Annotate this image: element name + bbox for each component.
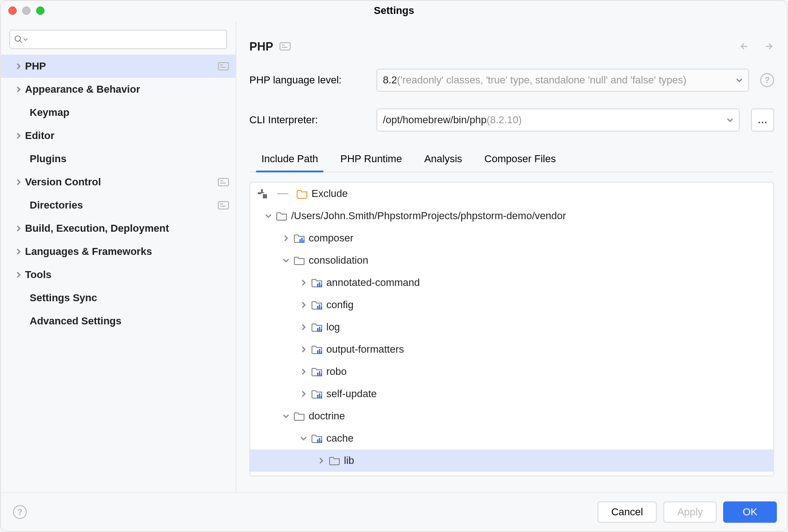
include-path-label: config xyxy=(326,299,354,311)
chevron-right-icon xyxy=(14,86,23,93)
chevron-right-icon xyxy=(14,133,23,139)
chevron-right-icon[interactable] xyxy=(299,324,309,330)
chevron-down-icon[interactable] xyxy=(281,413,291,419)
chevron-right-icon[interactable] xyxy=(299,279,309,286)
svg-point-0 xyxy=(15,36,21,42)
sidebar-item-tools[interactable]: Tools xyxy=(1,263,235,286)
nav-back-icon[interactable] xyxy=(739,41,750,52)
search-icon xyxy=(14,34,24,44)
chevron-right-icon[interactable] xyxy=(299,368,309,375)
sidebar-item-label: Editor xyxy=(25,130,229,142)
include-path-item[interactable]: /Users/John.Smith/PhpstormProjects/phpst… xyxy=(250,205,773,227)
library-folder-icon xyxy=(311,300,323,310)
sidebar-item-settings-sync[interactable]: Settings Sync xyxy=(1,286,235,310)
svg-rect-22 xyxy=(319,393,320,399)
sidebar-item-directories[interactable]: Directories xyxy=(1,194,235,217)
sidebar-item-label: Build, Execution, Deployment xyxy=(25,222,229,234)
sidebar-item-label: PHP xyxy=(25,60,218,72)
cli-label: CLI Interpreter: xyxy=(249,114,365,126)
titlebar: Settings xyxy=(1,1,787,21)
chevron-right-icon[interactable] xyxy=(316,457,326,464)
include-path-item[interactable]: config xyxy=(250,294,773,316)
include-path-item[interactable]: cache xyxy=(250,427,773,450)
include-path-label: robo xyxy=(326,366,347,378)
chevron-right-icon[interactable] xyxy=(299,391,309,397)
svg-rect-19 xyxy=(319,371,320,376)
panel-toolbar: Exclude xyxy=(250,183,773,205)
nav-forward-icon[interactable] xyxy=(763,41,774,52)
sidebar-item-appearance-behavior[interactable]: Appearance & Behavior xyxy=(1,78,235,101)
library-folder-icon xyxy=(294,233,305,243)
include-path-label: lib xyxy=(344,455,354,467)
svg-rect-4 xyxy=(301,238,303,243)
folder-icon xyxy=(294,411,305,421)
svg-rect-11 xyxy=(321,307,322,310)
include-path-item[interactable]: robo xyxy=(250,361,773,383)
include-path-item[interactable]: doctrine xyxy=(250,405,773,427)
search-history-icon[interactable] xyxy=(23,37,28,42)
sidebar-item-php[interactable]: PHP xyxy=(1,55,235,78)
svg-line-1 xyxy=(20,41,22,43)
chevron-down-icon[interactable] xyxy=(281,257,291,264)
include-path-item[interactable]: output-formatters xyxy=(250,338,773,361)
tab-analysis[interactable]: Analysis xyxy=(424,146,462,171)
include-path-item[interactable]: annotated-command xyxy=(250,272,773,294)
folder-icon xyxy=(329,456,340,466)
cancel-button[interactable]: Cancel xyxy=(597,501,657,523)
chevron-down-icon xyxy=(736,77,743,83)
svg-rect-15 xyxy=(317,350,318,354)
include-path-label: log xyxy=(326,321,340,333)
tab-composer-files[interactable]: Composer Files xyxy=(484,146,556,171)
add-button-icon[interactable] xyxy=(256,187,269,200)
cli-dropdown[interactable]: /opt/homebrew/bin/php (8.2.10) xyxy=(376,108,740,132)
tab-include-path[interactable]: Include Path xyxy=(261,146,318,171)
include-path-item[interactable]: consolidation xyxy=(250,249,773,272)
chevron-right-icon[interactable] xyxy=(299,346,309,353)
tab-php-runtime[interactable]: PHP Runtime xyxy=(340,146,402,171)
svg-rect-23 xyxy=(321,396,322,399)
svg-rect-17 xyxy=(321,351,322,354)
chevron-right-icon xyxy=(14,272,23,278)
lang-level-label: PHP language level: xyxy=(249,74,365,86)
sidebar-item-plugins[interactable]: Plugins xyxy=(1,147,235,171)
sidebar-item-keymap[interactable]: Keymap xyxy=(1,101,235,124)
search-input-wrapper[interactable] xyxy=(9,30,227,49)
sidebar-item-label: Keymap xyxy=(30,107,229,119)
svg-rect-25 xyxy=(319,438,320,443)
ok-button[interactable]: OK xyxy=(723,501,777,523)
chevron-down-icon[interactable] xyxy=(299,435,309,442)
lang-level-help-icon[interactable]: ? xyxy=(760,73,774,87)
lang-level-dropdown[interactable]: 8.2 ('readonly' classes, 'true' type, st… xyxy=(376,69,749,92)
sidebar-item-build-execution-deployment[interactable]: Build, Execution, Deployment xyxy=(1,217,235,240)
svg-rect-6 xyxy=(317,284,318,287)
chevron-down-icon[interactable] xyxy=(263,213,273,219)
breadcrumb: PHP xyxy=(249,32,774,60)
footer-help-icon[interactable]: ? xyxy=(13,505,27,519)
svg-rect-7 xyxy=(319,282,320,287)
exclude-label[interactable]: Exclude xyxy=(311,188,348,200)
search-input[interactable] xyxy=(28,34,222,45)
sidebar-item-advanced-settings[interactable]: Advanced Settings xyxy=(1,310,235,333)
remove-button-icon[interactable] xyxy=(276,187,289,200)
sidebar-item-editor[interactable]: Editor xyxy=(1,124,235,147)
chevron-right-icon[interactable] xyxy=(281,235,291,241)
include-path-item[interactable]: lib xyxy=(250,450,773,472)
sidebar-item-languages-frameworks[interactable]: Languages & Frameworks xyxy=(1,240,235,263)
sidebar-item-label: Appearance & Behavior xyxy=(25,83,229,95)
include-path-item[interactable]: self-update xyxy=(250,383,773,405)
include-path-item[interactable]: log xyxy=(250,316,773,338)
project-scope-icon xyxy=(218,178,229,186)
svg-rect-14 xyxy=(321,329,322,332)
svg-rect-18 xyxy=(317,373,318,376)
cli-browse-button[interactable]: … xyxy=(751,108,774,132)
chevron-right-icon[interactable] xyxy=(299,302,309,308)
include-path-tree[interactable]: /Users/John.Smith/PhpstormProjects/phpst… xyxy=(250,205,773,475)
dialog-footer: ? Cancel Apply OK xyxy=(1,492,787,531)
sidebar-item-version-control[interactable]: Version Control xyxy=(1,171,235,194)
folder-icon xyxy=(294,255,305,266)
library-folder-icon xyxy=(311,389,323,399)
sidebar-item-label: Version Control xyxy=(25,176,218,188)
include-path-item[interactable]: composer xyxy=(250,227,773,249)
svg-rect-2 xyxy=(263,194,267,198)
include-path-label: annotated-command xyxy=(326,277,420,289)
